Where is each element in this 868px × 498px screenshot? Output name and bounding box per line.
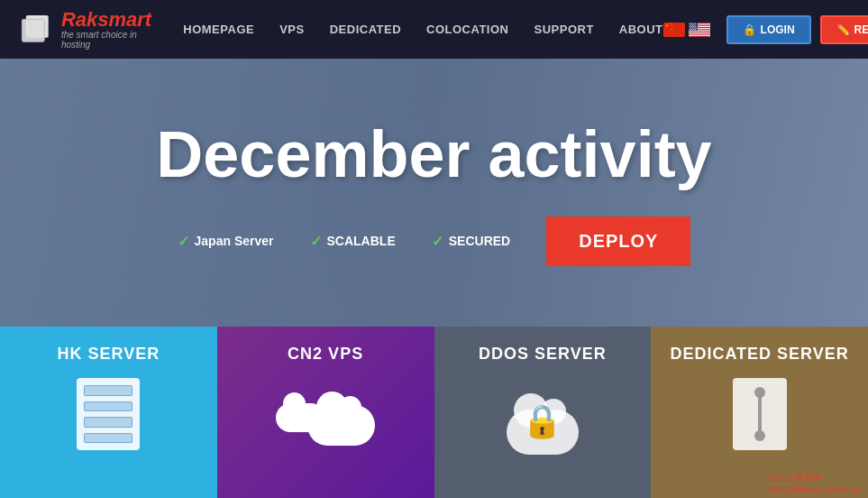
svg-point-23 (694, 23, 695, 23)
lock-icon: 🔒 (743, 23, 756, 36)
dedicated-dot-top (754, 387, 765, 398)
hk-server-title: HK SERVER (58, 345, 160, 364)
svg-rect-16 (689, 31, 710, 32)
svg-point-22 (692, 23, 693, 23)
hero-features: ✓ Japan Server ✓ SCALABLE ✓ SECURED DEPL… (178, 217, 691, 266)
svg-point-20 (689, 23, 690, 23)
logo-text: Raksmart the smart choice in hosting (61, 10, 156, 50)
nav-support[interactable]: SUPPORT (534, 23, 593, 36)
scalable-label: SCALABLE (327, 234, 396, 248)
hero-title: December activity (156, 119, 711, 190)
hero-content: December activity ✓ Japan Server ✓ SCALA… (0, 59, 868, 327)
login-button[interactable]: 🔒 LOGIN (726, 15, 811, 44)
hero-feature-secured: ✓ SECURED (432, 233, 510, 250)
deploy-label: DEPLOY (579, 231, 658, 251)
us-flag-icon[interactable] (689, 23, 710, 37)
svg-point-29 (692, 25, 693, 26)
svg-point-36 (690, 28, 691, 29)
pencil-icon: ✏️ (836, 23, 850, 36)
svg-rect-18 (689, 35, 710, 36)
svg-rect-5 (663, 23, 685, 37)
ddos-server-title: DDoS SERVER (479, 345, 607, 364)
secured-label: SECURED (449, 234, 510, 248)
card-ddos-server[interactable]: DDoS SERVER 🔒 (434, 327, 652, 498)
svg-point-31 (690, 27, 690, 28)
rack-row-4 (84, 433, 132, 444)
cards-row: HK SERVER Cn2 VPS DDoS SERVER 🔒 DEDICATE… (0, 327, 868, 498)
deploy-button[interactable]: DEPLOY (546, 217, 690, 266)
svg-point-35 (689, 28, 690, 29)
svg-point-30 (694, 25, 695, 26)
watermark-line1: 主机之家测评 (768, 472, 861, 484)
register-label: REGISTER (854, 23, 868, 36)
china-flag-icon[interactable] (663, 23, 685, 37)
card-hk-server[interactable]: HK SERVER (0, 327, 217, 498)
svg-point-33 (693, 27, 694, 28)
rack-row-1 (84, 385, 132, 396)
nav-vps[interactable]: VPS (279, 23, 305, 36)
login-label: LOGIN (761, 23, 795, 36)
svg-point-38 (694, 28, 695, 29)
check-icon-japan: ✓ (178, 233, 189, 250)
hero-section: December activity ✓ Japan Server ✓ SCALA… (0, 59, 868, 327)
svg-point-26 (693, 24, 694, 25)
cloud-main-icon (307, 405, 375, 446)
nav-homepage[interactable]: HOMEPAGE (183, 23, 254, 36)
header: Raksmart the smart choice in hosting HOM… (0, 0, 868, 59)
language-flags (663, 23, 710, 37)
svg-point-27 (689, 25, 690, 26)
dedicated-server-title: DEDICATED SERVER (670, 345, 848, 364)
svg-point-21 (690, 23, 691, 23)
nav-about[interactable]: ABOUT (619, 23, 663, 36)
check-icon-secured: ✓ (432, 233, 443, 250)
cloud-group-icon (276, 378, 375, 446)
hero-feature-japan: ✓ Japan Server (178, 233, 274, 250)
dedicated-dot-bottom (754, 430, 765, 441)
nav-dedicated[interactable]: DEDICATED (330, 23, 401, 36)
hero-feature-scalable: ✓ SCALABLE (310, 233, 396, 250)
svg-point-25 (691, 24, 692, 25)
rack-row-3 (84, 417, 132, 428)
svg-point-37 (692, 28, 693, 29)
lock-cloud-icon: 🔒 (504, 378, 580, 455)
logo-icon (18, 9, 54, 50)
lock-symbol-icon: 🔒 (522, 402, 562, 440)
cn2-vps-title: Cn2 VPS (288, 345, 363, 364)
svg-point-34 (695, 27, 696, 28)
logo: Raksmart the smart choice in hosting (18, 9, 156, 50)
svg-point-32 (691, 27, 692, 28)
watermark: 主机之家测评 http://www.idc.home.cn (768, 472, 861, 494)
dedicated-server-icon (733, 378, 787, 450)
server-rack-icon (77, 378, 140, 450)
card-cn2-vps[interactable]: Cn2 VPS (217, 327, 434, 498)
brand-name: Raksmart (61, 10, 156, 30)
main-nav: HOMEPAGE VPS DEDICATED COLOCATION SUPPOR… (183, 23, 662, 36)
brand-tagline: the smart choice in hosting (61, 30, 156, 50)
check-icon-scalable: ✓ (310, 233, 322, 250)
rack-row-2 (84, 401, 132, 412)
svg-point-28 (690, 25, 691, 26)
header-actions: 🔒 LOGIN ✏️ REGISTER (663, 15, 868, 44)
svg-rect-17 (689, 33, 710, 34)
svg-point-24 (690, 24, 690, 25)
register-button[interactable]: ✏️ REGISTER (820, 15, 868, 44)
watermark-line2: http://www.idc.home.cn (768, 484, 861, 494)
japan-server-label: Japan Server (195, 234, 274, 248)
nav-colocation[interactable]: COLOCATION (426, 23, 508, 36)
